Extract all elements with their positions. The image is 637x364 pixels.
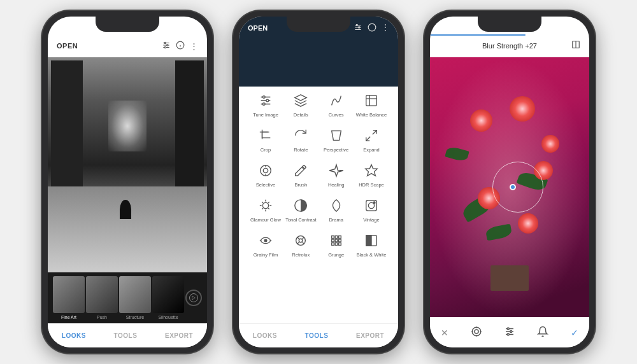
target-button[interactable] bbox=[471, 326, 482, 339]
perspective-label: Perspective bbox=[324, 147, 348, 153]
tonal-contrast-icon bbox=[292, 197, 310, 214]
blur-progress-bar bbox=[430, 34, 526, 36]
tool-selective[interactable]: Selective bbox=[249, 162, 282, 188]
tool-hdr-scape[interactable]: HDR Scape bbox=[355, 162, 388, 188]
tool-rotate[interactable]: Rotate bbox=[284, 127, 317, 153]
nav-export-1[interactable]: EXPORT bbox=[165, 332, 193, 339]
svg-point-13 bbox=[356, 24, 357, 25]
look-item-structure[interactable]: Structure bbox=[119, 276, 151, 319]
look-item-silhouette[interactable]: Silhouette bbox=[152, 276, 184, 319]
tune-image-icon bbox=[257, 92, 275, 109]
open-button-1[interactable]: OPEN bbox=[57, 42, 78, 50]
look-circle-button[interactable] bbox=[185, 290, 202, 306]
details-icon bbox=[292, 92, 310, 109]
tune-icon-2[interactable] bbox=[354, 23, 362, 34]
tools-row-5: Grainy Film Retrolux Grunge bbox=[249, 232, 388, 258]
looks-strip-1: Fine Art Push Structure Silhouette bbox=[48, 272, 207, 323]
tools-row-3: Selective Brush Healing bbox=[249, 162, 388, 188]
svg-point-27 bbox=[263, 168, 268, 172]
hdr-scape-label: HDR Scape bbox=[359, 182, 384, 188]
flower-1 bbox=[470, 109, 492, 132]
confirm-button[interactable]: ✓ bbox=[571, 328, 578, 338]
flower-pot bbox=[490, 265, 529, 291]
look-label-silhouette: Silhouette bbox=[158, 315, 178, 319]
nav-looks-2[interactable]: LOOKS bbox=[253, 332, 277, 339]
retrolux-icon bbox=[292, 232, 310, 249]
tool-perspective[interactable]: Perspective bbox=[320, 127, 353, 153]
details-label: Details bbox=[294, 112, 308, 118]
toolbar-icons-1: ⋮ bbox=[162, 41, 198, 52]
sliders-button[interactable] bbox=[504, 326, 515, 339]
tool-drama[interactable]: Drama bbox=[320, 197, 353, 223]
nav-export-2[interactable]: EXPORT bbox=[356, 332, 384, 339]
street bbox=[48, 186, 207, 272]
more-icon-1[interactable]: ⋮ bbox=[190, 41, 198, 51]
glamour-glow-icon bbox=[257, 197, 275, 214]
rotate-icon bbox=[292, 127, 310, 144]
curves-label: Curves bbox=[329, 112, 344, 118]
flower-background bbox=[430, 57, 589, 317]
tool-glamour-glow[interactable]: Glamour Glow bbox=[249, 197, 282, 223]
look-thumb-silhouette bbox=[152, 276, 184, 313]
tool-details[interactable]: Details bbox=[284, 92, 317, 118]
svg-point-20 bbox=[266, 99, 269, 102]
tool-tonal-contrast[interactable]: Tonal Contrast bbox=[284, 197, 317, 223]
steam-effect bbox=[108, 101, 147, 151]
tool-expand[interactable]: Expand bbox=[355, 127, 388, 153]
tool-vintage[interactable]: Vintage bbox=[355, 197, 388, 223]
bottom-controls-3: ✕ ✓ bbox=[430, 317, 589, 347]
svg-marker-9 bbox=[192, 296, 196, 300]
flower-6 bbox=[518, 213, 538, 234]
open-button-2[interactable]: OPEN bbox=[248, 24, 268, 32]
grunge-icon bbox=[327, 232, 345, 249]
tool-tune-image[interactable]: Tune Image bbox=[249, 92, 282, 118]
nav-tools-1[interactable]: TOOLS bbox=[114, 332, 138, 339]
tool-retrolux[interactable]: Retrolux bbox=[284, 232, 317, 258]
cancel-button[interactable]: ✕ bbox=[441, 328, 448, 338]
split-view-icon[interactable] bbox=[571, 40, 580, 51]
healing-label: Healing bbox=[328, 182, 344, 188]
svg-point-39 bbox=[264, 239, 267, 242]
look-thumb-structure bbox=[119, 276, 151, 313]
more-icon-2[interactable]: ⋮ bbox=[382, 23, 389, 34]
svg-line-24 bbox=[373, 130, 376, 134]
perspective-icon bbox=[327, 127, 345, 144]
tune-icon-1[interactable] bbox=[162, 41, 171, 52]
look-circle-inner bbox=[189, 293, 198, 302]
drama-label: Drama bbox=[329, 217, 343, 223]
tool-curves[interactable]: Curves bbox=[320, 92, 353, 118]
look-item-push[interactable]: Push bbox=[86, 276, 118, 319]
info-icon-1[interactable] bbox=[176, 41, 185, 52]
svg-line-25 bbox=[366, 137, 370, 141]
nav-looks-1[interactable]: LOOKS bbox=[62, 332, 86, 339]
bell-button[interactable] bbox=[537, 326, 548, 339]
svg-point-21 bbox=[262, 103, 265, 106]
expand-label: Expand bbox=[363, 147, 379, 153]
info-icon-2[interactable] bbox=[368, 23, 376, 34]
tool-grunge[interactable]: Grunge bbox=[320, 232, 353, 258]
focus-circle[interactable] bbox=[492, 162, 543, 213]
tune-image-label: Tune Image bbox=[253, 112, 278, 118]
tools-row-2: Crop Rotate Perspective bbox=[249, 127, 388, 153]
svg-rect-22 bbox=[366, 95, 377, 106]
tool-grainy-film[interactable]: Grainy Film bbox=[249, 232, 282, 258]
bottom-nav-1: LOOKS TOOLS EXPORT bbox=[48, 323, 207, 347]
crop-icon bbox=[257, 127, 275, 144]
brush-label: Brush bbox=[295, 182, 308, 188]
tools-row-1: Tune Image Details Curves bbox=[249, 92, 388, 118]
svg-point-3 bbox=[164, 42, 166, 43]
tool-black-white[interactable]: Black & White bbox=[355, 232, 388, 258]
tool-crop[interactable]: Crop bbox=[249, 127, 282, 153]
notch-3 bbox=[478, 17, 541, 32]
focus-dot[interactable] bbox=[510, 184, 516, 190]
svg-point-4 bbox=[167, 44, 168, 45]
nav-tools-2[interactable]: TOOLS bbox=[305, 332, 329, 339]
look-item-fine-art[interactable]: Fine Art bbox=[53, 276, 85, 319]
grunge-label: Grunge bbox=[328, 252, 344, 258]
tool-brush[interactable]: Brush bbox=[284, 162, 317, 188]
tool-healing[interactable]: Healing bbox=[320, 162, 353, 188]
blur-title: Blur Strength +27 bbox=[482, 42, 537, 50]
tool-white-balance[interactable]: White Balance bbox=[355, 92, 388, 118]
svg-point-15 bbox=[368, 24, 376, 31]
svg-point-19 bbox=[262, 96, 265, 99]
